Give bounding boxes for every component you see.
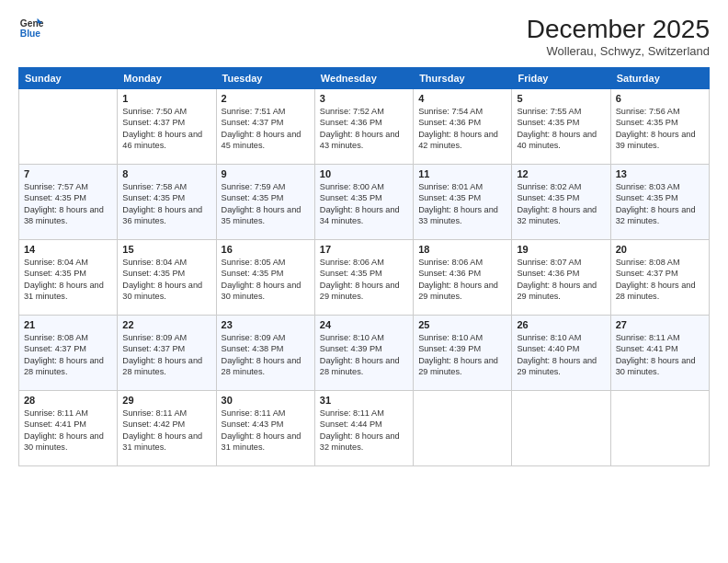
calendar-cell: 12 Sunrise: 8:02 AMSunset: 4:35 PMDaylig… xyxy=(512,165,610,240)
cell-content: Sunrise: 7:55 AMSunset: 4:35 PMDaylight:… xyxy=(517,107,597,150)
calendar-cell: 24 Sunrise: 8:10 AMSunset: 4:39 PMDaylig… xyxy=(314,316,413,391)
calendar-cell: 8 Sunrise: 7:58 AMSunset: 4:35 PMDayligh… xyxy=(118,165,216,240)
page: General Blue December 2025 Wollerau, Sch… xyxy=(0,0,728,563)
cell-content: Sunrise: 8:10 AMSunset: 4:40 PMDaylight:… xyxy=(517,333,597,376)
calendar-cell: 14 Sunrise: 8:04 AMSunset: 4:35 PMDaylig… xyxy=(19,240,118,316)
day-header-saturday: Saturday xyxy=(610,68,709,89)
date-number: 25 xyxy=(418,319,506,330)
cell-content: Sunrise: 8:06 AMSunset: 4:36 PMDaylight:… xyxy=(418,258,498,301)
cell-content: Sunrise: 8:08 AMSunset: 4:37 PMDaylight:… xyxy=(24,333,104,376)
cell-content: Sunrise: 8:02 AMSunset: 4:35 PMDaylight:… xyxy=(517,182,597,225)
date-number: 15 xyxy=(122,244,210,255)
cell-content: Sunrise: 7:59 AMSunset: 4:35 PMDaylight:… xyxy=(222,182,301,225)
svg-text:General: General xyxy=(20,18,44,29)
calendar-cell xyxy=(19,89,118,165)
calendar-cell: 18 Sunrise: 8:06 AMSunset: 4:36 PMDaylig… xyxy=(414,240,512,316)
cell-content: Sunrise: 8:03 AMSunset: 4:35 PMDaylight:… xyxy=(616,182,696,225)
calendar-cell: 17 Sunrise: 8:06 AMSunset: 4:35 PMDaylig… xyxy=(314,240,413,316)
cell-content: Sunrise: 8:09 AMSunset: 4:37 PMDaylight:… xyxy=(122,333,202,376)
calendar-cell: 21 Sunrise: 8:08 AMSunset: 4:37 PMDaylig… xyxy=(19,316,118,391)
date-number: 20 xyxy=(616,244,704,255)
calendar-cell: 22 Sunrise: 8:09 AMSunset: 4:37 PMDaylig… xyxy=(118,316,216,391)
date-number: 14 xyxy=(24,244,112,255)
date-number: 13 xyxy=(616,168,704,179)
svg-text:Blue: Blue xyxy=(20,29,41,39)
cell-content: Sunrise: 8:09 AMSunset: 4:38 PMDaylight:… xyxy=(222,333,301,376)
calendar-cell: 28 Sunrise: 8:11 AMSunset: 4:41 PMDaylig… xyxy=(19,391,118,466)
cell-content: Sunrise: 7:54 AMSunset: 4:36 PMDaylight:… xyxy=(418,107,498,150)
calendar-cell xyxy=(512,391,610,466)
date-number: 17 xyxy=(320,244,408,255)
cell-content: Sunrise: 7:58 AMSunset: 4:35 PMDaylight:… xyxy=(122,182,202,225)
cell-content: Sunrise: 8:06 AMSunset: 4:35 PMDaylight:… xyxy=(320,258,400,301)
calendar-cell: 10 Sunrise: 8:00 AMSunset: 4:35 PMDaylig… xyxy=(314,165,413,240)
day-header-monday: Monday xyxy=(118,68,216,89)
month-title: December 2025 xyxy=(527,15,710,44)
date-number: 26 xyxy=(517,319,605,330)
calendar-cell: 2 Sunrise: 7:51 AMSunset: 4:37 PMDayligh… xyxy=(216,89,314,165)
date-number: 12 xyxy=(517,168,605,179)
date-number: 18 xyxy=(418,244,506,255)
date-number: 3 xyxy=(320,93,408,104)
calendar-cell: 15 Sunrise: 8:04 AMSunset: 4:35 PMDaylig… xyxy=(118,240,216,316)
header: General Blue December 2025 Wollerau, Sch… xyxy=(18,15,710,58)
date-number: 6 xyxy=(616,93,704,104)
cell-content: Sunrise: 8:11 AMSunset: 4:43 PMDaylight:… xyxy=(222,408,301,452)
cell-content: Sunrise: 8:05 AMSunset: 4:35 PMDaylight:… xyxy=(222,258,301,301)
cell-content: Sunrise: 8:04 AMSunset: 4:35 PMDaylight:… xyxy=(122,258,202,301)
date-number: 30 xyxy=(222,395,310,406)
calendar-cell: 23 Sunrise: 8:09 AMSunset: 4:38 PMDaylig… xyxy=(216,316,314,391)
calendar-cell: 20 Sunrise: 8:08 AMSunset: 4:37 PMDaylig… xyxy=(610,240,709,316)
day-header-wednesday: Wednesday xyxy=(314,68,413,89)
cell-content: Sunrise: 8:08 AMSunset: 4:37 PMDaylight:… xyxy=(616,258,696,301)
date-number: 31 xyxy=(320,395,408,406)
calendar-cell xyxy=(610,391,709,466)
calendar-cell: 31 Sunrise: 8:11 AMSunset: 4:44 PMDaylig… xyxy=(314,391,413,466)
calendar-cell: 11 Sunrise: 8:01 AMSunset: 4:35 PMDaylig… xyxy=(414,165,512,240)
calendar-cell: 13 Sunrise: 8:03 AMSunset: 4:35 PMDaylig… xyxy=(610,165,709,240)
date-number: 19 xyxy=(517,244,605,255)
calendar-cell: 1 Sunrise: 7:50 AMSunset: 4:37 PMDayligh… xyxy=(118,89,216,165)
cell-content: Sunrise: 8:11 AMSunset: 4:44 PMDaylight:… xyxy=(320,408,400,452)
cell-content: Sunrise: 7:51 AMSunset: 4:37 PMDaylight:… xyxy=(222,107,301,150)
cell-content: Sunrise: 8:00 AMSunset: 4:35 PMDaylight:… xyxy=(320,182,400,225)
day-header-sunday: Sunday xyxy=(19,68,118,89)
calendar-table: SundayMondayTuesdayWednesdayThursdayFrid… xyxy=(18,67,710,466)
cell-content: Sunrise: 8:04 AMSunset: 4:35 PMDaylight:… xyxy=(24,258,104,301)
day-header-thursday: Thursday xyxy=(414,68,512,89)
cell-content: Sunrise: 8:01 AMSunset: 4:35 PMDaylight:… xyxy=(418,182,498,225)
calendar-cell: 6 Sunrise: 7:56 AMSunset: 4:35 PMDayligh… xyxy=(610,89,709,165)
calendar-cell: 9 Sunrise: 7:59 AMSunset: 4:35 PMDayligh… xyxy=(216,165,314,240)
day-header-friday: Friday xyxy=(512,68,610,89)
calendar-cell: 19 Sunrise: 8:07 AMSunset: 4:36 PMDaylig… xyxy=(512,240,610,316)
calendar-cell: 4 Sunrise: 7:54 AMSunset: 4:36 PMDayligh… xyxy=(414,89,512,165)
date-number: 21 xyxy=(24,319,112,330)
date-number: 7 xyxy=(24,168,112,179)
date-number: 23 xyxy=(222,319,310,330)
calendar-cell: 26 Sunrise: 8:10 AMSunset: 4:40 PMDaylig… xyxy=(512,316,610,391)
cell-content: Sunrise: 8:07 AMSunset: 4:36 PMDaylight:… xyxy=(517,258,597,301)
calendar-cell: 5 Sunrise: 7:55 AMSunset: 4:35 PMDayligh… xyxy=(512,89,610,165)
cell-content: Sunrise: 7:52 AMSunset: 4:36 PMDaylight:… xyxy=(320,107,400,150)
title-block: December 2025 Wollerau, Schwyz, Switzerl… xyxy=(527,15,710,58)
calendar-cell: 27 Sunrise: 8:11 AMSunset: 4:41 PMDaylig… xyxy=(610,316,709,391)
logo: General Blue xyxy=(18,15,44,40)
date-number: 4 xyxy=(418,93,506,104)
calendar-cell: 30 Sunrise: 8:11 AMSunset: 4:43 PMDaylig… xyxy=(216,391,314,466)
date-number: 22 xyxy=(122,319,210,330)
date-number: 10 xyxy=(320,168,408,179)
location: Wollerau, Schwyz, Switzerland xyxy=(527,44,710,58)
date-number: 24 xyxy=(320,319,408,330)
calendar-cell: 3 Sunrise: 7:52 AMSunset: 4:36 PMDayligh… xyxy=(314,89,413,165)
day-header-tuesday: Tuesday xyxy=(216,68,314,89)
date-number: 8 xyxy=(122,168,210,179)
calendar-cell: 16 Sunrise: 8:05 AMSunset: 4:35 PMDaylig… xyxy=(216,240,314,316)
date-number: 11 xyxy=(418,168,506,179)
cell-content: Sunrise: 8:10 AMSunset: 4:39 PMDaylight:… xyxy=(418,333,498,376)
date-number: 2 xyxy=(222,93,310,104)
calendar-cell: 25 Sunrise: 8:10 AMSunset: 4:39 PMDaylig… xyxy=(414,316,512,391)
cell-content: Sunrise: 8:11 AMSunset: 4:42 PMDaylight:… xyxy=(122,408,202,452)
logo-icon: General Blue xyxy=(18,15,44,40)
cell-content: Sunrise: 8:11 AMSunset: 4:41 PMDaylight:… xyxy=(24,408,104,452)
cell-content: Sunrise: 7:57 AMSunset: 4:35 PMDaylight:… xyxy=(24,182,104,225)
